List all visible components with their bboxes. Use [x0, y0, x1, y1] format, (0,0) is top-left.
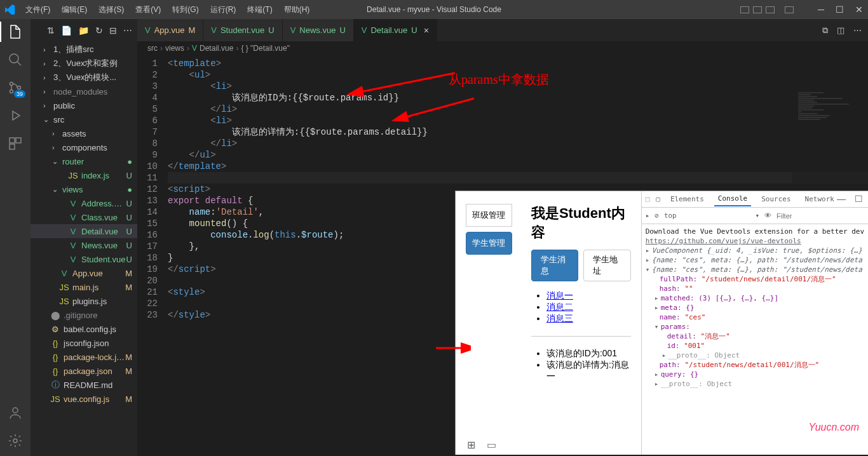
- editor-tab[interactable]: VNews.vue U: [283, 19, 354, 41]
- tree-item[interactable]: VDetail.vueU: [31, 224, 137, 238]
- page-title: 我是Student内容: [531, 204, 631, 242]
- breadcrumb[interactable]: src› views› V Detail.vue› { } "Detail.vu…: [137, 41, 868, 55]
- menu-go[interactable]: 转到(G): [167, 2, 203, 18]
- tree-item[interactable]: VAddress.vueU: [31, 196, 137, 210]
- svg-point-8: [13, 439, 17, 443]
- filter-input[interactable]: [776, 212, 864, 220]
- tree-item[interactable]: {}package.jsonM: [31, 364, 137, 378]
- menu-terminal[interactable]: 终端(T): [242, 2, 277, 18]
- layout-controls[interactable]: [740, 6, 794, 13]
- editor-tab[interactable]: VDetail.vue U×: [354, 19, 437, 41]
- eye-icon[interactable]: 👁: [764, 211, 771, 220]
- compare-icon[interactable]: ⧉: [822, 25, 828, 36]
- tree-item[interactable]: ›public: [31, 98, 137, 112]
- responsive-icon[interactable]: ▭: [487, 439, 496, 451]
- tree-item[interactable]: ⌄views●: [31, 182, 137, 196]
- device-icon[interactable]: ▢: [656, 195, 660, 203]
- console-sidebar-icon[interactable]: ▸: [646, 211, 650, 220]
- tab-news[interactable]: 学生消息: [531, 250, 578, 281]
- crumb[interactable]: src: [147, 44, 158, 53]
- tree-item[interactable]: ›2、Vuex求和案例: [31, 57, 137, 70]
- more-icon[interactable]: ⋯: [853, 25, 862, 35]
- tree-item[interactable]: ⌄router●: [31, 154, 137, 168]
- tree-item[interactable]: VNews.vueU: [31, 238, 137, 252]
- link-msg2[interactable]: 消息二: [546, 302, 573, 312]
- tree-item[interactable]: ›3、Vuex的模块...: [31, 70, 137, 84]
- tree-item[interactable]: ›components: [31, 140, 137, 154]
- menu-file[interactable]: 文件(F): [20, 2, 55, 18]
- minimize-icon[interactable]: ─: [818, 4, 824, 15]
- menu-select[interactable]: 选择(S): [93, 2, 129, 18]
- tree-item[interactable]: ›node_modules: [31, 84, 137, 98]
- editor-tab[interactable]: VApp.vue M: [137, 19, 203, 41]
- dt-console[interactable]: Console: [714, 192, 751, 206]
- console-line: VueComponent {_uid: 4, _isVue: true, $op…: [652, 246, 862, 255]
- tree-item[interactable]: ›1、插槽src: [31, 43, 137, 57]
- tree-item[interactable]: VClass.vueU: [31, 210, 137, 224]
- svg-point-2: [10, 90, 13, 93]
- tree-item[interactable]: {}jsconfig.json: [31, 336, 137, 350]
- clear-icon[interactable]: ⊘: [654, 211, 659, 220]
- tab-address[interactable]: 学生地址: [583, 250, 630, 281]
- menu-edit[interactable]: 编辑(E): [57, 2, 92, 18]
- split-icon[interactable]: ◫: [837, 25, 844, 35]
- tree-item[interactable]: VApp.vueM: [31, 266, 137, 280]
- account-icon[interactable]: [8, 405, 23, 420]
- console-line: {name: "ces", meta: {…}, path: "/student…: [652, 265, 862, 274]
- grid-icon[interactable]: ⊞: [467, 439, 475, 451]
- refresh-icon[interactable]: ↻: [95, 25, 103, 36]
- link-msg1[interactable]: 消息一: [546, 290, 573, 300]
- menu-view[interactable]: 查看(V): [130, 2, 166, 18]
- tree-item[interactable]: ⌄src: [31, 112, 137, 126]
- dt-sources[interactable]: Sources: [757, 192, 794, 206]
- scm-badge: 39: [14, 90, 25, 98]
- close-tab-icon[interactable]: ×: [424, 25, 429, 36]
- new-file-icon[interactable]: 📄: [61, 25, 72, 36]
- crumb[interactable]: views: [165, 44, 184, 53]
- devtools-link[interactable]: https://github.com/vuejs/vue-devtools: [646, 237, 801, 245]
- settings-icon[interactable]: [8, 433, 23, 448]
- menu-run[interactable]: 运行(R): [205, 2, 241, 18]
- debug-icon[interactable]: [8, 108, 23, 123]
- nav-student[interactable]: 学生管理: [466, 232, 512, 255]
- tree-item[interactable]: {}package-lock.jsonM: [31, 350, 137, 364]
- tree-item[interactable]: ⓘREADME.md: [31, 378, 137, 392]
- explorer-icon[interactable]: [8, 24, 23, 39]
- browser-max-icon[interactable]: ☐: [855, 194, 863, 204]
- explorer-header: ⇅ 📄 📁 ↻ ⊟ ⋯: [31, 19, 137, 41]
- dt-network[interactable]: Network: [801, 192, 838, 206]
- more-icon[interactable]: ⋯: [123, 25, 132, 36]
- tree-item[interactable]: ⬤.gitignore: [31, 308, 137, 322]
- crumb[interactable]: { } "Detail.vue": [241, 44, 290, 53]
- dt-elements[interactable]: Elements: [667, 192, 708, 206]
- editor-tabs: VApp.vue MVStudent.vue UVNews.vue UVDeta…: [137, 19, 868, 41]
- tree-item[interactable]: JSmain.jsM: [31, 280, 137, 294]
- close-icon[interactable]: ✕: [855, 4, 863, 15]
- editor-tab[interactable]: VStudent.vue U: [203, 19, 282, 41]
- menu-help[interactable]: 帮助(H): [279, 2, 315, 18]
- nav-class[interactable]: 班级管理: [466, 204, 512, 227]
- annotation-text: 从params中拿数据: [449, 71, 549, 88]
- extensions-icon[interactable]: [8, 136, 23, 151]
- link-msg3[interactable]: 消息三: [546, 313, 573, 323]
- tree-item[interactable]: JSvue.config.jsM: [31, 392, 137, 406]
- inspect-icon[interactable]: ⬚: [646, 195, 650, 203]
- crumb[interactable]: Detail.vue: [200, 44, 233, 53]
- new-folder-icon[interactable]: 📁: [78, 25, 89, 36]
- tree-item[interactable]: ⚙babel.config.js: [31, 322, 137, 336]
- svg-rect-4: [10, 138, 15, 143]
- tree-item[interactable]: VStudent.vueU: [31, 252, 137, 266]
- collapse-icon[interactable]: ⊟: [109, 25, 117, 36]
- context-select[interactable]: top: [664, 211, 677, 220]
- result-id: 该消息的ID为:001: [546, 348, 631, 359]
- tree-item[interactable]: JSindex.jsU: [31, 168, 137, 182]
- console-output[interactable]: Download the Vue Devtools extension for …: [642, 224, 868, 455]
- tree-item[interactable]: JSplugins.js: [31, 294, 137, 308]
- sort-icon[interactable]: ⇅: [47, 25, 55, 36]
- tree-item[interactable]: ›assets: [31, 126, 137, 140]
- browser-preview: — ☐ 班级管理 学生管理 我是Student内容 学生消息 学生地址 消息一 …: [455, 191, 868, 455]
- browser-min-icon[interactable]: —: [837, 194, 846, 204]
- maximize-icon[interactable]: ☐: [836, 4, 844, 15]
- source-control-icon[interactable]: 39: [8, 80, 23, 95]
- search-icon[interactable]: [8, 52, 23, 67]
